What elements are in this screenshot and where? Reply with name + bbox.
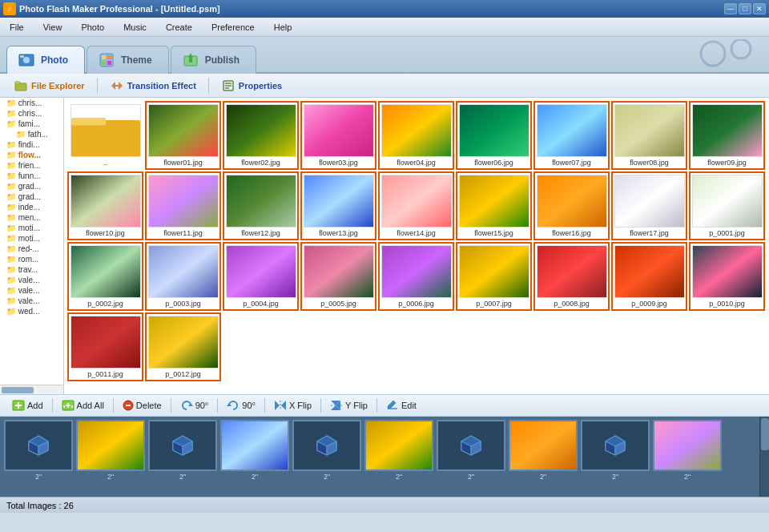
filmstrip-scroll[interactable]: 2" 2" 2" 2" bbox=[0, 417, 759, 497]
edit-button[interactable]: Edit bbox=[380, 397, 422, 413]
file-item-flower13[interactable]: flower13.jpg bbox=[300, 171, 376, 240]
file-item-flower16[interactable]: flower16.jpg bbox=[533, 171, 610, 240]
tab-theme[interactable]: Theme bbox=[87, 46, 169, 74]
sidebar-item[interactable]: 📁 moti... bbox=[0, 233, 63, 244]
sidebar-item[interactable]: 📁 rom... bbox=[0, 254, 63, 264]
filmstrip-item-film2[interactable]: 2" bbox=[75, 420, 146, 481]
sidebar-item[interactable]: 📁 trav... bbox=[0, 264, 63, 275]
menu-photo[interactable]: Photo bbox=[78, 21, 107, 34]
file-item-p0005[interactable]: p_0005.jpg bbox=[300, 242, 376, 311]
file-item-folder[interactable]: .. bbox=[67, 101, 143, 170]
file-explorer-label: File Explorer bbox=[31, 81, 85, 91]
file-name-p0006: p_0006.jpg bbox=[398, 300, 434, 308]
file-item-flower08[interactable]: flower08.jpg bbox=[611, 101, 687, 170]
file-item-flower01[interactable]: flower01.jpg bbox=[145, 101, 221, 170]
sidebar-item[interactable]: 📁 moti... bbox=[0, 223, 63, 233]
minimize-button[interactable]: — bbox=[724, 3, 737, 14]
file-item-flower07[interactable]: flower07.jpg bbox=[533, 101, 610, 170]
file-item-flower03[interactable]: flower03.jpg bbox=[300, 101, 376, 170]
sidebar-item[interactable]: 📁 chris... bbox=[0, 98, 63, 108]
file-grid[interactable]: .. flower01.jpg flower02.jpg bbox=[64, 98, 769, 394]
toolbar-file-explorer[interactable]: File Explorer bbox=[6, 76, 92, 95]
filmstrip-item-film4[interactable]: 2" bbox=[219, 420, 290, 481]
add-button[interactable]: Add bbox=[6, 397, 49, 413]
action-sep-3 bbox=[171, 398, 171, 413]
file-item-p0003[interactable]: p_0003.jpg bbox=[145, 242, 221, 311]
action-sep-4 bbox=[217, 398, 218, 413]
filmstrip-item-film5[interactable]: 2" bbox=[292, 420, 362, 481]
svg-rect-28 bbox=[460, 105, 529, 157]
menu-file[interactable]: File bbox=[6, 21, 27, 34]
title-bar-left: ⚡ Photo Flash Maker Professional - [Unti… bbox=[3, 2, 220, 15]
filmstrip-inner: 2" 2" 2" 2" bbox=[3, 420, 756, 497]
flip-y-button[interactable]: Y Flip bbox=[324, 397, 373, 413]
menu-help[interactable]: Help bbox=[271, 21, 296, 34]
sidebar-item[interactable]: 📁 chris... bbox=[0, 108, 63, 119]
file-name-flower09: flower09.jpg bbox=[707, 159, 747, 167]
toolbar-properties[interactable]: Properties bbox=[214, 76, 289, 95]
sidebar-item[interactable]: 📁 funn... bbox=[0, 171, 63, 181]
sidebar-scroll[interactable]: 📁 chris... 📁 chris... 📁 fami... 📁 fath..… bbox=[0, 98, 63, 385]
sidebar-item[interactable]: 📁 grad... bbox=[0, 181, 63, 191]
filmstrip-item-film6[interactable]: 2" bbox=[364, 420, 434, 481]
filmstrip-label-film7: 2" bbox=[468, 473, 474, 481]
sidebar-item[interactable]: 📁 inde... bbox=[0, 202, 63, 212]
file-item-p0007[interactable]: p_0007.jpg bbox=[456, 242, 532, 311]
file-item-flower12[interactable]: flower12.jpg bbox=[223, 171, 299, 240]
file-item-flower14[interactable]: flower14.jpg bbox=[378, 171, 454, 240]
filmstrip-item-film9[interactable]: 2" bbox=[580, 420, 650, 481]
sidebar-item[interactable]: 📁 vale... bbox=[0, 275, 63, 285]
sidebar-item[interactable]: 📁 flow... bbox=[0, 150, 63, 160]
rotate-ccw-button[interactable]: 90° bbox=[175, 397, 215, 413]
filmstrip-item-film1[interactable]: 2" bbox=[3, 420, 74, 481]
file-item-p0006[interactable]: p_0006.jpg bbox=[378, 242, 454, 311]
menu-view[interactable]: View bbox=[40, 21, 66, 34]
delete-button[interactable]: Delete bbox=[117, 397, 167, 413]
file-item-flower04[interactable]: flower04.jpg bbox=[378, 101, 454, 170]
file-item-flower10[interactable]: flower10.jpg bbox=[67, 171, 143, 240]
file-item-flower17[interactable]: flower17.jpg bbox=[611, 171, 687, 240]
sidebar-sub-item[interactable]: 📁 fath... bbox=[0, 129, 63, 139]
sidebar-item[interactable]: 📁 frien... bbox=[0, 160, 63, 171]
close-button[interactable]: ✕ bbox=[753, 3, 766, 14]
sidebar-item[interactable]: 📁 grad... bbox=[0, 191, 63, 202]
tab-publish[interactable]: Publish bbox=[171, 46, 256, 74]
file-item-p0004[interactable]: p_0004.jpg bbox=[223, 242, 299, 311]
filmstrip-item-film7[interactable]: 2" bbox=[436, 420, 506, 481]
file-item-p0009[interactable]: p_0009.jpg bbox=[611, 242, 687, 311]
file-item-flower15[interactable]: flower15.jpg bbox=[456, 171, 532, 240]
file-item-p0002[interactable]: p_0002.jpg bbox=[67, 242, 143, 311]
file-item-p0010[interactable]: p_0010.jpg bbox=[689, 242, 765, 311]
toolbar-transition-effect[interactable]: Transition Effect bbox=[103, 76, 203, 95]
file-item-flower11[interactable]: flower11.jpg bbox=[145, 171, 221, 240]
filmstrip-item-film10[interactable]: 2" bbox=[652, 420, 723, 481]
sidebar-item[interactable]: 📁 findi... bbox=[0, 139, 63, 150]
sidebar-item[interactable]: 📁 men... bbox=[0, 212, 63, 223]
filmstrip-item-film8[interactable]: 2" bbox=[508, 420, 578, 481]
file-item-flower02[interactable]: flower02.jpg bbox=[223, 101, 299, 170]
sidebar-horizontal-scroll[interactable] bbox=[0, 385, 63, 394]
sidebar-item[interactable]: 📁 vale... bbox=[0, 285, 63, 296]
svg-marker-63 bbox=[227, 403, 232, 406]
menu-create[interactable]: Create bbox=[163, 21, 195, 34]
file-item-p0008[interactable]: p_0008.jpg bbox=[533, 242, 610, 311]
sidebar-item[interactable]: 📁 red-... bbox=[0, 244, 63, 254]
flip-y-label: Y Flip bbox=[345, 401, 368, 410]
file-item-flower06[interactable]: flower06.jpg bbox=[456, 101, 532, 170]
maximize-button[interactable]: □ bbox=[739, 3, 751, 14]
flip-x-button[interactable]: X Flip bbox=[268, 397, 317, 413]
file-item-p0001[interactable]: p_0001.jpg bbox=[689, 171, 765, 240]
file-item-p0011[interactable]: p_0011.jpg bbox=[67, 312, 143, 381]
file-item-flower09[interactable]: flower09.jpg bbox=[689, 101, 765, 170]
rotate-cw-button[interactable]: 90° bbox=[221, 397, 261, 413]
menu-music[interactable]: Music bbox=[120, 21, 150, 34]
filmstrip-item-film3[interactable]: 2" bbox=[147, 420, 218, 481]
sidebar-item[interactable]: 📁 vale... bbox=[0, 296, 63, 306]
tab-photo[interactable]: Photo bbox=[6, 46, 85, 74]
sidebar-item[interactable]: 📁 wed... bbox=[0, 306, 63, 316]
add-all-button[interactable]: Add All bbox=[56, 397, 110, 413]
file-name-p0002: p_0002.jpg bbox=[87, 300, 123, 308]
menu-preference[interactable]: Preference bbox=[208, 21, 258, 34]
sidebar-item[interactable]: 📁 fami... bbox=[0, 119, 63, 129]
file-item-p0012[interactable]: p_0012.jpg bbox=[145, 312, 221, 381]
